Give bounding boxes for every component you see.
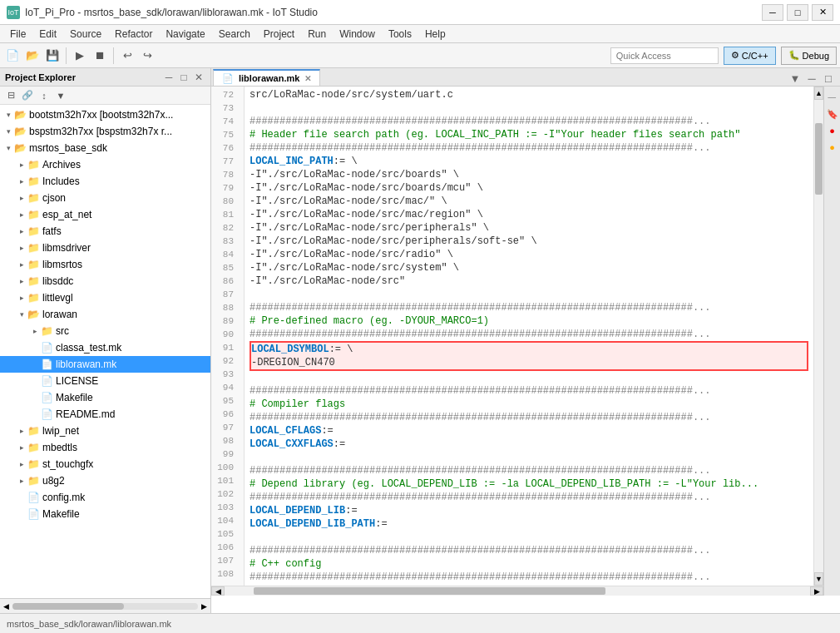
tab-liblorawan[interactable]: 📄 liblorawan.mk ✕ (213, 69, 320, 86)
h-scrollbar[interactable]: ◀ ▶ (211, 586, 823, 596)
tree-toggle-icon[interactable]: ▾ (3, 126, 13, 136)
debug-button[interactable]: 🐛 Debug (781, 47, 837, 65)
tree-item[interactable]: 📄config.mk (0, 489, 210, 506)
undo-button[interactable]: ↩ (118, 47, 136, 65)
scroll-left-button[interactable]: ◀ (211, 586, 225, 596)
tree-item[interactable]: ▾📂msrtos_base_sdk (0, 140, 210, 156)
tree-item[interactable]: ▸📁libmsdriver (0, 240, 210, 256)
tree-toggle-icon[interactable] (17, 492, 27, 502)
close-button[interactable]: ✕ (812, 4, 833, 21)
menu-item-window[interactable]: Window (333, 27, 382, 42)
tree-toggle-icon[interactable] (30, 393, 40, 403)
quick-access-input[interactable] (610, 47, 719, 64)
tree-item[interactable]: ▸📁Includes (0, 173, 210, 190)
tree-toggle-icon[interactable]: ▸ (17, 176, 27, 186)
warning-marker[interactable]: ● (825, 140, 840, 155)
menu-item-search[interactable]: Search (212, 27, 257, 42)
menu-item-source[interactable]: Source (63, 27, 108, 42)
tree-toggle-icon[interactable] (30, 343, 40, 353)
stop-button[interactable]: ⏹ (91, 47, 109, 65)
tree-toggle-icon[interactable] (17, 509, 27, 519)
tree-toggle-icon[interactable]: ▸ (17, 210, 27, 220)
tree-item[interactable]: ▸📁u8g2 (0, 472, 210, 489)
code-editor[interactable]: 7273747576777879808182838485868788899091… (211, 87, 823, 586)
tree-item[interactable]: ▾📂bspstm32h7xx [bspstm32h7x r... (0, 123, 210, 140)
tree-toggle-icon[interactable] (30, 376, 40, 386)
tree-toggle-icon[interactable]: ▾ (3, 143, 13, 153)
tree-item[interactable]: ▸📁mbedtls (0, 439, 210, 456)
scroll-right-button[interactable]: ▶ (810, 586, 823, 596)
tree-toggle-icon[interactable] (30, 359, 40, 369)
menu-item-run[interactable]: Run (301, 27, 333, 42)
collapse-all-button[interactable]: ⊟ (3, 88, 18, 103)
tree-item[interactable]: ▸📁fatfs (0, 223, 210, 240)
panel-close-button[interactable]: ✕ (192, 71, 205, 84)
tree-item[interactable]: 📄classa_test.mk (0, 339, 210, 356)
perspective-cpp-button[interactable]: ⚙ C/C++ (724, 47, 776, 65)
menu-item-help[interactable]: Help (418, 27, 452, 42)
tree-item[interactable]: 📄LICENSE (0, 373, 210, 389)
scroll-up-button[interactable]: ▲ (814, 87, 823, 100)
tree-toggle-icon[interactable]: ▾ (3, 110, 13, 120)
maximize-button[interactable]: □ (787, 4, 808, 21)
tree-toggle-icon[interactable] (30, 409, 40, 419)
tree-item[interactable]: ▾📂lorawan (0, 306, 210, 323)
redo-button[interactable]: ↪ (138, 47, 156, 65)
link-editor-button[interactable]: 🔗 (20, 88, 35, 103)
tree-item[interactable]: ▾📂bootstm32h7xx [bootstm32h7x... (0, 106, 210, 123)
menu-item-project[interactable]: Project (257, 27, 301, 42)
code-content[interactable]: src/LoRaMac-node/src/system/uart.c######… (245, 87, 813, 586)
tree-item[interactable]: ▸📁libsddc (0, 273, 210, 289)
tree-toggle-icon[interactable]: ▸ (17, 443, 27, 452)
minimize-button[interactable]: ─ (762, 4, 783, 21)
tree-area[interactable]: ▾📂bootstm32h7xx [bootstm32h7x...▾📂bspstm… (0, 105, 210, 598)
save-button[interactable]: 💾 (43, 47, 62, 65)
tree-toggle-icon[interactable]: ▸ (17, 160, 27, 170)
tree-toggle-icon[interactable]: ▸ (17, 426, 27, 436)
h-scroll-thumb[interactable] (254, 587, 605, 595)
tree-toggle-icon[interactable]: ▸ (17, 476, 27, 486)
error-marker[interactable]: ● (825, 123, 840, 138)
run-button[interactable]: ▶ (71, 47, 89, 65)
tab-menu-button[interactable]: ▼ (787, 71, 803, 86)
tree-item[interactable]: 📄Makefile (0, 506, 210, 522)
minimize-editor-button[interactable]: ─ (803, 71, 820, 86)
scroll-right-icon[interactable]: ▶ (201, 602, 207, 611)
tree-toggle-icon[interactable]: ▸ (17, 260, 27, 270)
menu-item-refactor[interactable]: Refactor (108, 27, 159, 42)
tree-item[interactable]: ▸📁cjson (0, 190, 210, 206)
v-scroll-thumb[interactable] (815, 123, 823, 194)
v-scrollbar[interactable]: ▲ ▼ (813, 87, 823, 586)
tree-item[interactable]: ▸📁st_touchgfx (0, 456, 210, 472)
menu-item-navigate[interactable]: Navigate (159, 27, 211, 42)
tree-toggle-icon[interactable]: ▸ (17, 226, 27, 236)
tree-toggle-icon[interactable]: ▸ (17, 276, 27, 286)
tree-toggle-icon[interactable]: ▾ (17, 309, 27, 319)
menu-item-edit[interactable]: Edit (32, 27, 63, 42)
tree-item[interactable]: ▸📁libmsrtos (0, 256, 210, 273)
tree-toggle-icon[interactable]: ▸ (17, 243, 27, 253)
panel-maximize-button[interactable]: □ (177, 71, 190, 84)
open-button[interactable]: 📂 (23, 47, 42, 65)
tree-item[interactable]: ▸📁littlevgl (0, 289, 210, 306)
tree-item[interactable]: ▸📁src (0, 323, 210, 339)
tree-item[interactable]: ▸📁lwip_net (0, 423, 210, 439)
tree-toggle-icon[interactable]: ▸ (30, 326, 40, 336)
tree-toggle-icon[interactable]: ▸ (17, 459, 27, 469)
sync-button[interactable]: ↕ (37, 88, 52, 103)
tree-item[interactable]: 📄Makefile (0, 389, 210, 406)
menu-item-file[interactable]: File (3, 27, 32, 42)
bookmark-button[interactable]: 🔖 (825, 106, 840, 121)
tree-item[interactable]: 📄liblorawan.mk (0, 356, 210, 373)
new-button[interactable]: 📄 (3, 47, 22, 65)
panel-minimize-button[interactable]: ─ (162, 71, 175, 84)
scroll-down-button[interactable]: ▼ (814, 572, 823, 586)
menu-item-tools[interactable]: Tools (382, 27, 418, 42)
scroll-left-icon[interactable]: ◀ (3, 602, 9, 611)
maximize-editor-button[interactable]: □ (820, 71, 837, 86)
h-scrollbar[interactable] (12, 603, 198, 610)
tree-toggle-icon[interactable]: ▸ (17, 193, 27, 203)
tree-item[interactable]: ▸📁Archives (0, 156, 210, 173)
menu-button[interactable]: ▼ (53, 88, 68, 103)
tree-item[interactable]: 📄README.md (0, 406, 210, 423)
